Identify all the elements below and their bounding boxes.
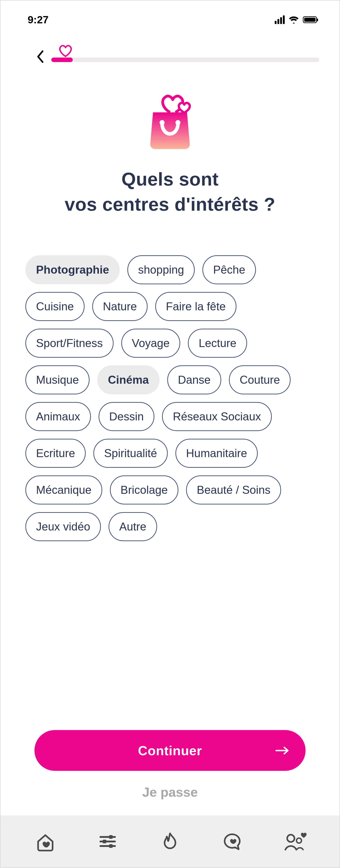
svg-point-0 [160,120,165,125]
interest-chip-label: Bricolage [121,484,168,496]
interest-chip-label: Photographie [36,264,109,276]
interest-chip-label: Beauté / Soins [197,484,271,496]
interest-chip[interactable]: Dessin [98,402,154,431]
battery-icon [303,16,317,23]
interest-chip-label: Mécanique [36,484,91,496]
interest-chip[interactable]: Photographie [25,255,120,284]
interest-chip-label: Cuisine [36,300,74,313]
interest-chip[interactable]: Sport/Fitness [25,329,114,358]
interest-chip[interactable]: Réseaux Sociaux [162,402,272,431]
tab-messages[interactable] [219,828,246,855]
svg-rect-8 [109,844,113,848]
status-bar: 9:27 [0,0,340,26]
interest-chip[interactable]: Faire la fête [155,292,236,321]
people-heart-icon [282,831,307,852]
heart-icon [58,44,74,58]
interest-chip-list: PhotographieshoppingPêcheCuisineNatureFa… [0,217,340,541]
title-line-2: vos centres d'intérêts ? [65,194,275,215]
interest-chip-label: shopping [138,264,184,276]
interest-chip[interactable]: Danse [167,365,222,394]
sliders-icon [97,831,118,852]
interest-chip[interactable]: Mécanique [25,475,102,504]
back-button[interactable] [34,51,46,63]
home-heart-icon [34,831,56,852]
interest-chip-label: Nature [103,300,137,313]
skip-link[interactable]: Je passe [142,784,198,800]
svg-point-1 [175,120,180,125]
continue-button[interactable]: Continuer [34,730,306,771]
interest-chip-label: Faire la fête [166,300,226,313]
cellular-icon [275,16,285,24]
interest-chip[interactable]: Couture [229,365,291,394]
tab-home[interactable] [32,828,59,855]
page-title: Quels sont vos centres d'intérêts ? [0,167,340,217]
interest-chip-label: Pêche [213,264,245,276]
interest-chip[interactable]: Beauté / Soins [186,475,281,504]
interest-chip-label: Dessin [109,410,144,423]
interest-chip[interactable]: shopping [128,255,195,284]
svg-rect-6 [109,835,113,839]
wifi-icon [289,16,299,24]
interest-chip-label: Réseaux Sociaux [173,410,261,423]
interest-chip[interactable]: Spiritualité [93,439,168,468]
interest-chip[interactable]: Bricolage [110,475,178,504]
interest-chip[interactable]: Voyage [121,329,180,358]
interest-chip-label: Couture [239,374,280,386]
interest-chip-label: Ecriture [36,447,75,460]
interest-chip[interactable]: Humanitaire [175,439,258,468]
arrow-right-icon [275,743,290,758]
interest-chip-label: Danse [178,374,211,386]
interest-chip-label: Sport/Fitness [36,337,103,349]
svg-point-9 [287,835,294,842]
interest-chip-label: Musique [36,374,79,386]
chevron-left-icon [36,50,45,63]
interest-chip[interactable]: Pêche [202,255,256,284]
screen: 9:27 [0,0,340,868]
tab-bar [0,815,340,868]
status-time: 9:27 [28,13,49,26]
progress-fill [51,58,73,62]
interest-chip[interactable]: Cuisine [25,292,85,321]
tab-profile[interactable] [281,828,308,855]
hero-illustration [0,92,340,151]
interest-chip-label: Autre [119,520,146,533]
interest-chip[interactable]: Lecture [188,329,247,358]
interest-chip-label: Voyage [132,337,170,349]
interest-chip-label: Cinéma [108,374,149,386]
progress-bar [51,58,319,62]
tab-filters[interactable] [94,828,121,855]
continue-label: Continuer [138,743,202,758]
interest-chip-label: Jeux vidéo [36,520,90,533]
svg-point-10 [296,838,302,843]
interest-chip[interactable]: Ecriture [25,439,86,468]
interest-chip[interactable]: Jeux vidéo [25,512,101,541]
interest-chip[interactable]: Nature [92,292,147,321]
svg-rect-7 [103,840,106,843]
interest-chip-label: Animaux [36,410,80,423]
interest-chip-label: Lecture [199,337,236,349]
chat-heart-icon [222,831,243,852]
interest-chip[interactable]: Musique [25,365,89,394]
title-line-1: Quels sont [121,169,219,189]
flame-icon [159,831,181,852]
interest-chip[interactable]: Autre [109,512,157,541]
interest-chip-label: Humanitaire [186,447,247,460]
interest-chip-label: Spiritualité [104,447,157,460]
interest-chip[interactable]: Cinéma [97,365,160,394]
tab-discover[interactable] [157,828,183,855]
status-indicators [275,16,317,24]
progress-row [0,26,340,63]
interest-chip[interactable]: Animaux [25,402,91,431]
footer-actions: Continuer Je passe [0,730,340,815]
progress-track [51,58,319,62]
shopping-bag-heart-icon [143,92,197,151]
